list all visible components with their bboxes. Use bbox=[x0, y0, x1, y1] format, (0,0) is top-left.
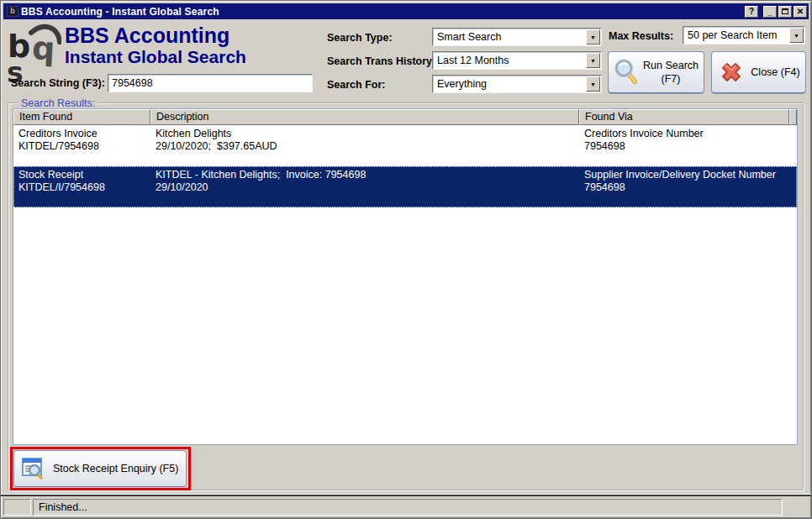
close-window-button[interactable]: ✕ bbox=[794, 6, 807, 18]
run-search-button[interactable]: Run Search (F7) bbox=[608, 51, 704, 93]
maximize-icon bbox=[782, 8, 788, 14]
search-for-label: Search For: bbox=[327, 79, 385, 91]
run-search-label-line1: Run Search bbox=[643, 59, 699, 72]
row-description-line1: Kitchen Delights bbox=[156, 128, 579, 140]
row-found-via-line1: Supplier Invoice/Delivery Docket Number bbox=[584, 169, 789, 181]
chevron-down-icon[interactable]: ▼ bbox=[789, 28, 804, 43]
column-header-found-via[interactable]: Found Via bbox=[579, 109, 789, 125]
app-name-heading: BBS Accounting bbox=[65, 24, 229, 48]
row-found-via-line2: 7954698 bbox=[584, 181, 789, 194]
svg-text:b: b bbox=[31, 34, 55, 71]
table-row[interactable]: Creditors Invoice KITDEL/7954698 Kitchen… bbox=[13, 125, 797, 166]
search-icon bbox=[614, 59, 639, 86]
column-header-item-found[interactable]: Item Found bbox=[13, 109, 150, 125]
search-string-input[interactable] bbox=[108, 74, 313, 92]
max-results-dropdown[interactable]: 50 per Search Item ▼ bbox=[683, 26, 805, 45]
statusbar-divider bbox=[1, 494, 812, 496]
search-type-value: Smart Search bbox=[437, 31, 501, 43]
minimize-button[interactable]: _ bbox=[763, 6, 777, 18]
trans-history-label: Search Trans History: bbox=[327, 55, 435, 67]
search-results-group: Search Results: Item Found Description F… bbox=[8, 102, 804, 491]
results-table-header: Item Found Description Found Via bbox=[13, 109, 797, 125]
search-results-group-label: Search Results: bbox=[18, 97, 98, 109]
trans-history-value: Last 12 Months bbox=[437, 55, 509, 66]
bbs-logo-icon: b b s bbox=[6, 22, 61, 84]
row-item-found-line1: Creditors Invoice bbox=[18, 128, 150, 140]
window-controls: ? _ ✕ bbox=[743, 6, 807, 18]
app-window: b BBS Accounting - Instant Global Search… bbox=[0, 0, 812, 519]
row-found-via-line2: 7954698 bbox=[584, 140, 789, 153]
search-type-label: Search Type: bbox=[327, 32, 393, 44]
document-search-icon bbox=[21, 458, 45, 480]
results-table[interactable]: Item Found Description Found Via Credito… bbox=[13, 108, 798, 445]
max-results-label: Max Results: bbox=[609, 30, 673, 42]
row-description-line1: KITDEL - Kitchen Delights; Invoice: 7954… bbox=[156, 169, 579, 181]
trans-history-dropdown[interactable]: Last 12 Months ▼ bbox=[432, 51, 602, 70]
stock-receipt-enquiry-button[interactable]: Stock Receipt Enquiry (F5) bbox=[13, 450, 187, 487]
maximize-button[interactable] bbox=[778, 6, 792, 18]
run-search-label-line2: (F7) bbox=[643, 72, 699, 86]
row-item-found-line1: Stock Receipt bbox=[18, 169, 150, 181]
app-icon: b bbox=[7, 6, 18, 17]
close-x-icon bbox=[717, 58, 746, 86]
search-type-dropdown[interactable]: Smart Search ▼ bbox=[432, 28, 602, 46]
max-results-value: 50 per Search Item bbox=[688, 29, 777, 41]
row-description-line2: 29/10/2020; $397.65AUD bbox=[156, 140, 579, 153]
app-subtitle-heading: Instant Global Search bbox=[65, 47, 246, 67]
chevron-down-icon[interactable]: ▼ bbox=[586, 53, 600, 68]
close-button-label: Close (F4) bbox=[751, 66, 799, 79]
window-title: BBS Accounting - Instant Global Search bbox=[21, 6, 219, 18]
search-string-label: Search String (F3): bbox=[11, 77, 105, 89]
row-item-found-line2: KITDEL/7954698 bbox=[18, 140, 150, 153]
title-bar: b BBS Accounting - Instant Global Search… bbox=[3, 3, 809, 19]
column-header-spacer bbox=[789, 109, 797, 125]
search-for-dropdown[interactable]: Everything ▼ bbox=[432, 75, 602, 93]
search-for-value: Everything bbox=[437, 78, 487, 90]
status-message: Finished... bbox=[33, 499, 783, 516]
row-description-line2: 29/10/2020 bbox=[156, 181, 579, 194]
help-button[interactable]: ? bbox=[745, 6, 758, 18]
stock-receipt-enquiry-label: Stock Receipt Enquiry (F5) bbox=[53, 463, 178, 474]
statusbar-left-panel bbox=[3, 499, 31, 516]
close-button[interactable]: Close (F4) bbox=[711, 51, 806, 93]
table-row-selected[interactable]: Stock Receipt KITDEL/I/7954698 KITDEL - … bbox=[13, 166, 797, 207]
column-header-description[interactable]: Description bbox=[150, 109, 579, 125]
chevron-down-icon[interactable]: ▼ bbox=[586, 76, 600, 92]
row-found-via-line1: Creditors Invoice Number bbox=[584, 128, 789, 140]
chevron-down-icon[interactable]: ▼ bbox=[586, 29, 600, 45]
row-item-found-line2: KITDEL/I/7954698 bbox=[18, 181, 150, 194]
